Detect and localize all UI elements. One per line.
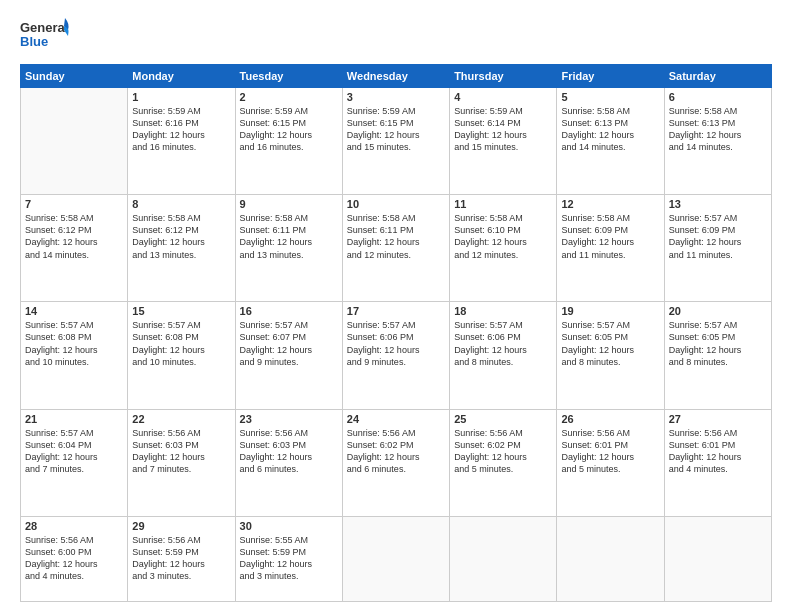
- day-header-sunday: Sunday: [21, 65, 128, 88]
- day-number: 6: [669, 91, 767, 103]
- day-info: Sunrise: 5:56 AMSunset: 5:59 PMDaylight:…: [132, 534, 230, 583]
- day-number: 1: [132, 91, 230, 103]
- day-number: 21: [25, 413, 123, 425]
- day-number: 29: [132, 520, 230, 532]
- day-info: Sunrise: 5:57 AMSunset: 6:04 PMDaylight:…: [25, 427, 123, 476]
- day-number: 18: [454, 305, 552, 317]
- day-info: Sunrise: 5:56 AMSunset: 6:02 PMDaylight:…: [347, 427, 445, 476]
- calendar-cell: 17Sunrise: 5:57 AMSunset: 6:06 PMDayligh…: [342, 302, 449, 409]
- day-info: Sunrise: 5:55 AMSunset: 5:59 PMDaylight:…: [240, 534, 338, 583]
- day-info: Sunrise: 5:58 AMSunset: 6:13 PMDaylight:…: [669, 105, 767, 154]
- day-number: 23: [240, 413, 338, 425]
- day-number: 5: [561, 91, 659, 103]
- day-number: 17: [347, 305, 445, 317]
- day-info: Sunrise: 5:57 AMSunset: 6:08 PMDaylight:…: [132, 319, 230, 368]
- calendar-week-1: 1Sunrise: 5:59 AMSunset: 6:16 PMDaylight…: [21, 88, 772, 195]
- day-info: Sunrise: 5:57 AMSunset: 6:05 PMDaylight:…: [669, 319, 767, 368]
- calendar-cell: 11Sunrise: 5:58 AMSunset: 6:10 PMDayligh…: [450, 195, 557, 302]
- day-info: Sunrise: 5:56 AMSunset: 6:02 PMDaylight:…: [454, 427, 552, 476]
- day-number: 12: [561, 198, 659, 210]
- calendar-week-3: 14Sunrise: 5:57 AMSunset: 6:08 PMDayligh…: [21, 302, 772, 409]
- day-info: Sunrise: 5:58 AMSunset: 6:10 PMDaylight:…: [454, 212, 552, 261]
- calendar-cell: 18Sunrise: 5:57 AMSunset: 6:06 PMDayligh…: [450, 302, 557, 409]
- svg-text:Blue: Blue: [20, 34, 48, 49]
- calendar-cell: 5Sunrise: 5:58 AMSunset: 6:13 PMDaylight…: [557, 88, 664, 195]
- calendar-header-row: SundayMondayTuesdayWednesdayThursdayFrid…: [21, 65, 772, 88]
- calendar-week-2: 7Sunrise: 5:58 AMSunset: 6:12 PMDaylight…: [21, 195, 772, 302]
- day-number: 30: [240, 520, 338, 532]
- calendar-cell: 22Sunrise: 5:56 AMSunset: 6:03 PMDayligh…: [128, 409, 235, 516]
- calendar-week-4: 21Sunrise: 5:57 AMSunset: 6:04 PMDayligh…: [21, 409, 772, 516]
- day-info: Sunrise: 5:57 AMSunset: 6:05 PMDaylight:…: [561, 319, 659, 368]
- calendar-cell: 10Sunrise: 5:58 AMSunset: 6:11 PMDayligh…: [342, 195, 449, 302]
- day-info: Sunrise: 5:56 AMSunset: 6:01 PMDaylight:…: [561, 427, 659, 476]
- calendar-cell: 4Sunrise: 5:59 AMSunset: 6:14 PMDaylight…: [450, 88, 557, 195]
- calendar-cell: 30Sunrise: 5:55 AMSunset: 5:59 PMDayligh…: [235, 516, 342, 601]
- day-number: 4: [454, 91, 552, 103]
- calendar-cell: 13Sunrise: 5:57 AMSunset: 6:09 PMDayligh…: [664, 195, 771, 302]
- day-info: Sunrise: 5:57 AMSunset: 6:07 PMDaylight:…: [240, 319, 338, 368]
- calendar-cell: 28Sunrise: 5:56 AMSunset: 6:00 PMDayligh…: [21, 516, 128, 601]
- day-number: 26: [561, 413, 659, 425]
- day-number: 28: [25, 520, 123, 532]
- day-info: Sunrise: 5:56 AMSunset: 6:03 PMDaylight:…: [132, 427, 230, 476]
- day-info: Sunrise: 5:59 AMSunset: 6:15 PMDaylight:…: [240, 105, 338, 154]
- day-header-thursday: Thursday: [450, 65, 557, 88]
- day-info: Sunrise: 5:57 AMSunset: 6:08 PMDaylight:…: [25, 319, 123, 368]
- day-info: Sunrise: 5:59 AMSunset: 6:14 PMDaylight:…: [454, 105, 552, 154]
- calendar-cell: 6Sunrise: 5:58 AMSunset: 6:13 PMDaylight…: [664, 88, 771, 195]
- day-number: 11: [454, 198, 552, 210]
- day-info: Sunrise: 5:56 AMSunset: 6:01 PMDaylight:…: [669, 427, 767, 476]
- day-number: 22: [132, 413, 230, 425]
- day-number: 7: [25, 198, 123, 210]
- day-header-friday: Friday: [557, 65, 664, 88]
- calendar-cell: 23Sunrise: 5:56 AMSunset: 6:03 PMDayligh…: [235, 409, 342, 516]
- calendar-cell: 9Sunrise: 5:58 AMSunset: 6:11 PMDaylight…: [235, 195, 342, 302]
- calendar-cell: 2Sunrise: 5:59 AMSunset: 6:15 PMDaylight…: [235, 88, 342, 195]
- svg-text:General: General: [20, 20, 68, 35]
- calendar-cell: 21Sunrise: 5:57 AMSunset: 6:04 PMDayligh…: [21, 409, 128, 516]
- calendar-cell: [342, 516, 449, 601]
- day-number: 25: [454, 413, 552, 425]
- calendar-cell: 25Sunrise: 5:56 AMSunset: 6:02 PMDayligh…: [450, 409, 557, 516]
- calendar-table: SundayMondayTuesdayWednesdayThursdayFrid…: [20, 64, 772, 602]
- logo-svg: General Blue: [20, 16, 70, 54]
- day-info: Sunrise: 5:58 AMSunset: 6:11 PMDaylight:…: [240, 212, 338, 261]
- day-number: 27: [669, 413, 767, 425]
- logo: General Blue: [20, 16, 70, 54]
- day-number: 16: [240, 305, 338, 317]
- calendar-cell: 16Sunrise: 5:57 AMSunset: 6:07 PMDayligh…: [235, 302, 342, 409]
- day-number: 9: [240, 198, 338, 210]
- day-number: 20: [669, 305, 767, 317]
- calendar-cell: 27Sunrise: 5:56 AMSunset: 6:01 PMDayligh…: [664, 409, 771, 516]
- calendar-cell: 26Sunrise: 5:56 AMSunset: 6:01 PMDayligh…: [557, 409, 664, 516]
- day-info: Sunrise: 5:56 AMSunset: 6:03 PMDaylight:…: [240, 427, 338, 476]
- calendar-cell: [21, 88, 128, 195]
- day-info: Sunrise: 5:58 AMSunset: 6:12 PMDaylight:…: [132, 212, 230, 261]
- day-header-monday: Monday: [128, 65, 235, 88]
- day-number: 24: [347, 413, 445, 425]
- day-number: 3: [347, 91, 445, 103]
- day-info: Sunrise: 5:58 AMSunset: 6:11 PMDaylight:…: [347, 212, 445, 261]
- day-header-wednesday: Wednesday: [342, 65, 449, 88]
- calendar-cell: 14Sunrise: 5:57 AMSunset: 6:08 PMDayligh…: [21, 302, 128, 409]
- day-header-saturday: Saturday: [664, 65, 771, 88]
- calendar-cell: 8Sunrise: 5:58 AMSunset: 6:12 PMDaylight…: [128, 195, 235, 302]
- calendar-cell: 24Sunrise: 5:56 AMSunset: 6:02 PMDayligh…: [342, 409, 449, 516]
- day-info: Sunrise: 5:58 AMSunset: 6:13 PMDaylight:…: [561, 105, 659, 154]
- day-number: 13: [669, 198, 767, 210]
- calendar-cell: [664, 516, 771, 601]
- calendar-cell: 7Sunrise: 5:58 AMSunset: 6:12 PMDaylight…: [21, 195, 128, 302]
- day-number: 15: [132, 305, 230, 317]
- day-number: 14: [25, 305, 123, 317]
- day-info: Sunrise: 5:58 AMSunset: 6:09 PMDaylight:…: [561, 212, 659, 261]
- calendar-cell: 19Sunrise: 5:57 AMSunset: 6:05 PMDayligh…: [557, 302, 664, 409]
- day-header-tuesday: Tuesday: [235, 65, 342, 88]
- calendar-cell: 15Sunrise: 5:57 AMSunset: 6:08 PMDayligh…: [128, 302, 235, 409]
- day-info: Sunrise: 5:59 AMSunset: 6:15 PMDaylight:…: [347, 105, 445, 154]
- calendar-cell: 3Sunrise: 5:59 AMSunset: 6:15 PMDaylight…: [342, 88, 449, 195]
- day-info: Sunrise: 5:59 AMSunset: 6:16 PMDaylight:…: [132, 105, 230, 154]
- calendar-cell: 29Sunrise: 5:56 AMSunset: 5:59 PMDayligh…: [128, 516, 235, 601]
- calendar-cell: 1Sunrise: 5:59 AMSunset: 6:16 PMDaylight…: [128, 88, 235, 195]
- day-info: Sunrise: 5:57 AMSunset: 6:06 PMDaylight:…: [454, 319, 552, 368]
